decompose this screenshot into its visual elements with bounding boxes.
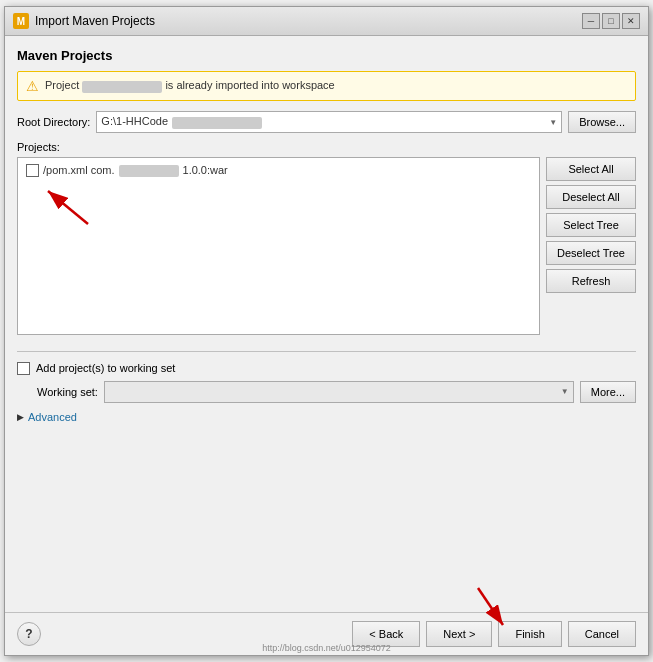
import-maven-projects-window: M Import Maven Projects ─ □ ✕ Maven Proj… xyxy=(4,6,649,656)
minimize-button[interactable]: ─ xyxy=(582,13,600,29)
root-dir-label: Root Directory: xyxy=(17,116,90,128)
warning-text: Project is already imported into workspa… xyxy=(45,79,335,92)
section-title: Maven Projects xyxy=(17,48,636,63)
spacer xyxy=(17,423,636,601)
watermark: http://blog.csdn.net/u012954072 xyxy=(262,643,391,653)
next-button[interactable]: Next > xyxy=(426,621,492,647)
working-set-field-row: Working set: ▼ More... xyxy=(17,381,636,403)
red-arrow-annotation xyxy=(38,186,98,226)
deselect-all-button[interactable]: Deselect All xyxy=(546,185,636,209)
root-dir-blurred xyxy=(172,117,262,129)
separator xyxy=(17,351,636,352)
working-set-checkbox[interactable] xyxy=(17,362,30,375)
projects-area: /pom.xml com.1.0.0:war Select All Desele… xyxy=(17,157,636,335)
project-name: /pom.xml com.1.0.0:war xyxy=(43,164,228,177)
combo-arrow-icon: ▼ xyxy=(549,118,557,127)
bottom-area: ? < Back Next > Finish Cancel http://blo… xyxy=(5,612,648,655)
window-icon: M xyxy=(13,13,29,29)
projects-list[interactable]: /pom.xml com.1.0.0:war xyxy=(17,157,540,335)
advanced-label[interactable]: Advanced xyxy=(28,411,77,423)
title-bar: M Import Maven Projects ─ □ ✕ xyxy=(5,7,648,36)
svg-line-1 xyxy=(48,191,88,224)
projects-label: Projects: xyxy=(17,141,636,153)
root-directory-row: Root Directory: G:\1-HHCode ▼ Browse... xyxy=(17,111,636,133)
maximize-button[interactable]: □ xyxy=(602,13,620,29)
project-name-blurred xyxy=(119,165,179,177)
projects-buttons: Select All Deselect All Select Tree Dese… xyxy=(546,157,636,335)
select-tree-button[interactable]: Select Tree xyxy=(546,213,636,237)
finish-button[interactable]: Finish xyxy=(498,621,561,647)
project-item: /pom.xml com.1.0.0:war xyxy=(22,162,535,179)
working-set-combo[interactable]: ▼ xyxy=(104,381,574,403)
close-button[interactable]: ✕ xyxy=(622,13,640,29)
working-set-row: Add project(s) to working set xyxy=(17,362,636,375)
working-set-label: Add project(s) to working set xyxy=(36,362,175,374)
deselect-tree-button[interactable]: Deselect Tree xyxy=(546,241,636,265)
window-title: Import Maven Projects xyxy=(35,14,155,28)
cancel-button[interactable]: Cancel xyxy=(568,621,636,647)
project-checkbox[interactable] xyxy=(26,164,39,177)
window-controls: ─ □ ✕ xyxy=(582,13,640,29)
working-set-field-label: Working set: xyxy=(37,386,98,398)
warning-suffix: is already imported into workspace xyxy=(165,79,334,91)
warning-blurred xyxy=(82,81,162,93)
help-button[interactable]: ? xyxy=(17,622,41,646)
advanced-row[interactable]: ▶ Advanced xyxy=(17,411,636,423)
root-dir-combo[interactable]: G:\1-HHCode ▼ xyxy=(96,111,562,133)
title-bar-left: M Import Maven Projects xyxy=(13,13,155,29)
warning-prefix: Project xyxy=(45,79,79,91)
select-all-button[interactable]: Select All xyxy=(546,157,636,181)
browse-button[interactable]: Browse... xyxy=(568,111,636,133)
main-content: Maven Projects ⚠ Project is already impo… xyxy=(5,36,648,612)
refresh-button[interactable]: Refresh xyxy=(546,269,636,293)
warning-bar: ⚠ Project is already imported into works… xyxy=(17,71,636,101)
working-set-combo-arrow: ▼ xyxy=(561,387,569,396)
root-dir-value: G:\1-HHCode xyxy=(101,115,262,128)
warning-icon: ⚠ xyxy=(26,78,39,94)
more-button[interactable]: More... xyxy=(580,381,636,403)
advanced-triangle-icon: ▶ xyxy=(17,412,24,422)
